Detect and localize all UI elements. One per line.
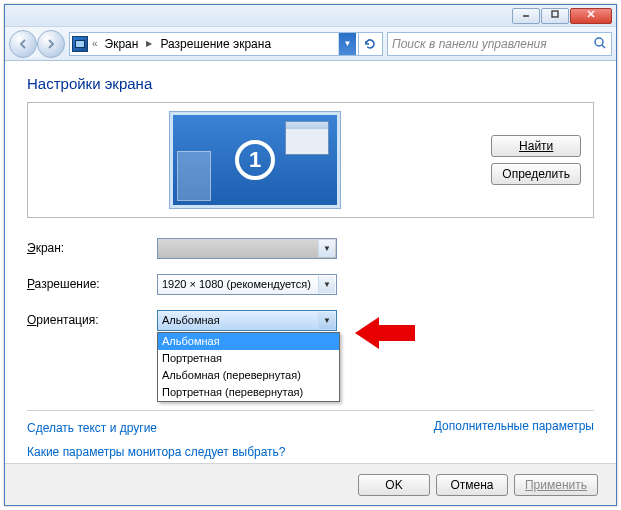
resolution-value: 1920 × 1080 (рекомендуется) xyxy=(162,278,311,290)
breadcrumb-sep: « xyxy=(90,38,100,49)
screen-label: Экран: xyxy=(27,241,157,255)
chevron-down-icon: ▼ xyxy=(318,276,335,293)
breadcrumb-dropdown-button[interactable]: ▼ xyxy=(338,33,356,55)
preview-window-icon xyxy=(285,121,329,155)
minimize-button[interactable] xyxy=(512,8,540,24)
svg-rect-1 xyxy=(552,11,558,17)
screen-select[interactable]: ▼ xyxy=(157,238,337,259)
search-placeholder: Поиск в панели управления xyxy=(392,37,547,51)
dialog-button-bar: OK Отмена Применить xyxy=(5,463,616,505)
resolution-label: Разрешение: xyxy=(27,277,157,291)
breadcrumb-item-screen[interactable]: Экран xyxy=(102,37,142,51)
back-button[interactable] xyxy=(9,30,37,58)
orientation-option[interactable]: Портретная xyxy=(158,350,339,367)
maximize-button[interactable] xyxy=(541,8,569,24)
annotation-arrow-icon xyxy=(355,315,415,351)
help-link[interactable]: Какие параметры монитора следует выбрать… xyxy=(27,445,594,459)
refresh-button[interactable] xyxy=(358,33,380,55)
detect-button[interactable]: Определить xyxy=(491,163,581,185)
window-titlebar xyxy=(5,5,616,27)
advanced-settings-link[interactable]: Дополнительные параметры xyxy=(434,419,594,433)
orientation-dropdown: Альбомная Портретная Альбомная (переверн… xyxy=(157,332,340,402)
orientation-option[interactable]: Альбомная (перевернутая) xyxy=(158,367,339,384)
preview-taskbar-icon xyxy=(177,151,211,201)
display-preview-panel: 1 Найти Определить xyxy=(27,102,594,218)
control-panel-icon xyxy=(72,36,88,52)
search-icon xyxy=(593,36,607,53)
chevron-down-icon: ▼ xyxy=(318,312,335,329)
chevron-right-icon[interactable]: ▶ xyxy=(143,39,155,48)
breadcrumb-item-resolution[interactable]: Разрешение экрана xyxy=(157,37,274,51)
resolution-select[interactable]: 1920 × 1080 (рекомендуется) ▼ xyxy=(157,274,337,295)
navigation-bar: « Экран ▶ Разрешение экрана ▼ Поиск в па… xyxy=(5,27,616,61)
orientation-option[interactable]: Портретная (перевернутая) xyxy=(158,384,339,401)
divider xyxy=(27,410,594,411)
search-input[interactable]: Поиск в панели управления xyxy=(387,32,612,56)
forward-button[interactable] xyxy=(37,30,65,58)
ok-button[interactable]: OK xyxy=(358,474,430,496)
close-button[interactable] xyxy=(570,8,612,24)
orientation-option[interactable]: Альбомная xyxy=(158,333,339,350)
svg-marker-6 xyxy=(355,317,415,349)
monitor-thumbnail[interactable]: 1 xyxy=(170,112,340,208)
apply-button[interactable]: Применить xyxy=(514,474,598,496)
monitor-number: 1 xyxy=(235,140,275,180)
orientation-value: Альбомная xyxy=(162,314,220,326)
orientation-select[interactable]: Альбомная ▼ Альбомная Портретная Альбомн… xyxy=(157,310,337,331)
breadcrumb[interactable]: « Экран ▶ Разрешение экрана ▼ xyxy=(69,32,383,56)
svg-line-5 xyxy=(602,45,605,48)
chevron-down-icon: ▼ xyxy=(318,240,335,257)
page-title: Настройки экрана xyxy=(27,75,594,92)
orientation-label: Ориентация: xyxy=(27,313,157,327)
cancel-button[interactable]: Отмена xyxy=(436,474,508,496)
svg-point-4 xyxy=(595,38,603,46)
find-button[interactable]: Найти xyxy=(491,135,581,157)
